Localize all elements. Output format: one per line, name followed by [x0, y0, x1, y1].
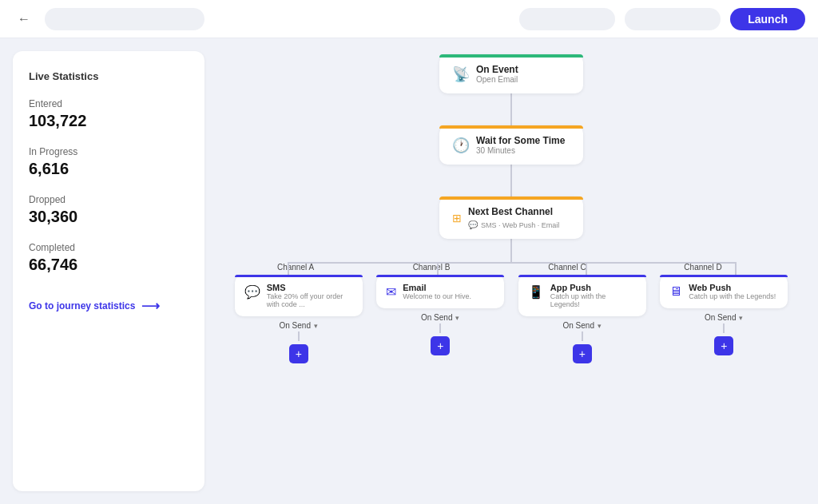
channel-c-onsend[interactable]: On Send ▾ — [563, 316, 602, 331]
wait-title: Wait for Some Time — [476, 135, 565, 146]
nbc-sms-icon: 💬 — [468, 220, 478, 229]
channel-c-connector — [582, 331, 583, 341]
stat-dropped: Dropped 30,360 — [29, 194, 189, 226]
wait-sub: 30 Minutes — [476, 146, 565, 155]
channel-d-column: 🖥 Web Push Catch up with the Legends! On… — [657, 275, 792, 363]
stat-inprogress-label: In Progress — [29, 146, 189, 157]
on-event-sub: Open Email — [476, 75, 518, 84]
launch-button[interactable]: Launch — [730, 8, 805, 30]
journey-name-input[interactable] — [45, 8, 204, 30]
chevron-down-icon-3: ▾ — [598, 322, 602, 330]
secondary-control-1[interactable] — [519, 8, 615, 30]
nbc-sub-icons: 💬 SMS · Web Push · Email — [468, 220, 559, 229]
back-icon: ← — [18, 12, 30, 26]
nbc-icon: ⊞ — [452, 212, 462, 224]
email-icon: ✉ — [386, 284, 396, 300]
stat-inprogress-value: 6,616 — [29, 160, 189, 178]
channel-a-node[interactable]: 💬 SMS Take 20% off your order with code … — [235, 275, 363, 316]
panel-title: Live Statistics — [29, 70, 189, 82]
channel-a-connector — [298, 331, 300, 341]
sms-icon: 💬 — [244, 284, 260, 300]
nbc-node[interactable]: ⊞ Next Best Channel 💬 SMS · Web Push · E… — [439, 196, 583, 239]
webpush-icon: 🖥 — [669, 284, 682, 299]
channel-b-title: Email — [403, 283, 471, 292]
channel-d-connector — [723, 323, 725, 333]
stat-dropped-label: Dropped — [29, 194, 189, 205]
stat-completed-label: Completed — [29, 242, 189, 253]
left-panel: Live Statistics Entered 103,722 In Progr… — [13, 51, 204, 491]
channel-d-add-button[interactable]: + — [714, 336, 733, 355]
stat-inprogress: In Progress 6,616 — [29, 146, 189, 178]
wait-icon: 🕐 — [452, 137, 470, 154]
channel-a-label: Channel A — [232, 263, 359, 272]
stat-dropped-value: 30,360 — [29, 208, 189, 226]
nbc-title: Next Best Channel — [468, 206, 559, 217]
branch-connector — [232, 239, 791, 263]
channel-d-node[interactable]: 🖥 Web Push Catch up with the Legends! — [660, 275, 788, 308]
channel-b-onsend-label: On Send — [421, 313, 452, 322]
stat-entered-value: 103,722 — [29, 112, 189, 130]
arrow-right-icon: ⟶ — [141, 298, 160, 313]
channel-b-label: Channel B — [367, 263, 495, 272]
secondary-control-2[interactable] — [625, 8, 721, 30]
stat-completed-value: 66,746 — [29, 256, 189, 274]
channel-labels-row: Channel A Channel B Channel C Channel D — [232, 263, 791, 272]
channel-a-onsend-label: On Send — [280, 321, 311, 330]
channel-d-onsend[interactable]: On Send ▾ — [705, 308, 743, 323]
channel-b-column: ✉ Email Welcome to our Hive. On Send ▾ + — [374, 275, 508, 363]
flow-container: 📡 On Event Open Email 🕐 Wait for Some Ti… — [220, 54, 802, 363]
channel-a-sub: Take 20% off your order with code ... — [267, 292, 353, 308]
stat-entered: Entered 103,722 — [29, 98, 189, 130]
channel-b-onsend[interactable]: On Send ▾ — [421, 308, 459, 323]
channel-c-sub: Catch up with the Legends! — [550, 292, 637, 308]
channel-b-connector — [439, 323, 441, 333]
stat-entered-label: Entered — [29, 98, 189, 109]
channel-a-onsend[interactable]: On Send ▾ — [280, 316, 318, 331]
channel-a-column: 💬 SMS Take 20% off your order with code … — [232, 275, 366, 363]
channel-d-onsend-label: On Send — [705, 313, 736, 322]
channel-b-add-button[interactable]: + — [431, 336, 450, 355]
chevron-down-icon: ▾ — [314, 322, 318, 330]
connector-1 — [510, 93, 512, 125]
go-to-stats-link[interactable]: Go to journey statistics ⟶ — [29, 298, 189, 313]
channel-c-label: Channel C — [503, 263, 631, 272]
main-layout: Live Statistics Entered 103,722 In Progr… — [0, 38, 818, 504]
back-button[interactable]: ← — [13, 8, 35, 30]
flow-canvas: 📡 On Event Open Email 🕐 Wait for Some Ti… — [204, 38, 818, 504]
connector-2 — [510, 165, 512, 196]
on-event-node[interactable]: 📡 On Event Open Email — [439, 54, 583, 93]
channel-c-node[interactable]: 📱 App Push Catch up with the Legends! — [518, 275, 646, 316]
stat-completed: Completed 66,746 — [29, 242, 189, 274]
channel-b-node[interactable]: ✉ Email Welcome to our Hive. — [376, 275, 504, 308]
topbar: ← Launch — [0, 0, 818, 38]
chevron-down-icon-4: ▾ — [739, 314, 743, 322]
channel-c-title: App Push — [550, 283, 637, 292]
channel-b-sub: Welcome to our Hive. — [403, 292, 471, 300]
apppush-icon: 📱 — [528, 284, 544, 300]
channel-d-sub: Catch up with the Legends! — [689, 292, 776, 300]
go-to-stats-label: Go to journey statistics — [29, 300, 135, 312]
channel-a-title: SMS — [267, 283, 353, 292]
channel-a-add-button[interactable]: + — [289, 344, 308, 363]
channel-c-add-button[interactable]: + — [573, 344, 592, 363]
channel-c-column: 📱 App Push Catch up with the Legends! On… — [515, 275, 649, 363]
chevron-down-icon-2: ▾ — [455, 314, 459, 322]
on-event-icon: 📡 — [452, 65, 470, 83]
on-event-title: On Event — [476, 64, 518, 75]
channel-c-onsend-label: On Send — [563, 321, 594, 330]
channel-d-title: Web Push — [689, 283, 776, 292]
wait-node[interactable]: 🕐 Wait for Some Time 30 Minutes — [439, 125, 583, 165]
branches-row: 💬 SMS Take 20% off your order with code … — [232, 275, 791, 363]
nbc-sub-text: SMS · Web Push · Email — [481, 221, 559, 229]
channel-d-label: Channel D — [639, 263, 767, 272]
